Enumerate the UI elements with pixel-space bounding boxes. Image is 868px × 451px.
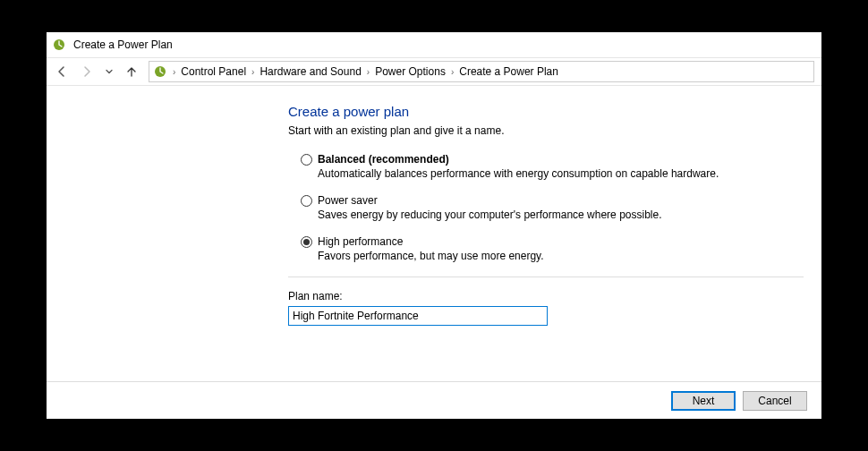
plan-label[interactable]: Power saver — [318, 194, 378, 207]
breadcrumb-item[interactable]: Create a Power Plan — [459, 65, 558, 78]
chevron-right-icon: › — [451, 67, 454, 77]
power-icon — [52, 38, 66, 52]
titlebar: Create a Power Plan — [47, 32, 821, 57]
chevron-right-icon: › — [173, 67, 175, 77]
plan-desc: Favors performance, but may use more ene… — [318, 250, 804, 262]
forward-button[interactable] — [79, 64, 95, 80]
plan-options: Balanced (recommended) Automatically bal… — [288, 153, 804, 262]
back-button[interactable] — [54, 64, 70, 80]
plan-name-input[interactable] — [288, 306, 548, 326]
power-icon — [153, 64, 167, 79]
radio-high-performance[interactable] — [301, 236, 312, 248]
breadcrumb-item[interactable]: Hardware and Sound — [260, 65, 361, 78]
chevron-right-icon: › — [251, 67, 254, 77]
up-button[interactable] — [123, 64, 140, 80]
cancel-button[interactable]: Cancel — [743, 391, 807, 411]
plan-name-label: Plan name: — [288, 290, 804, 302]
plan-high-performance: High performance Favors performance, but… — [301, 235, 804, 262]
footer: Next Cancel — [47, 381, 821, 419]
breadcrumb-item[interactable]: Control Panel — [181, 65, 246, 78]
plan-desc: Automatically balances performance with … — [318, 167, 804, 180]
chevron-right-icon: › — [367, 67, 370, 77]
content-area: Create a power plan Start with an existi… — [47, 86, 821, 381]
plan-balanced: Balanced (recommended) Automatically bal… — [301, 153, 804, 180]
window: Create a Power Plan › Control Panel › Ha… — [47, 32, 821, 419]
breadcrumb-item[interactable]: Power Options — [375, 65, 446, 78]
plan-desc: Saves energy by reducing your computer's… — [318, 208, 804, 221]
page-title: Create a power plan — [288, 104, 804, 119]
next-button[interactable]: Next — [671, 391, 736, 411]
window-title: Create a Power Plan — [73, 38, 173, 51]
plan-power-saver: Power saver Saves energy by reducing you… — [301, 194, 804, 221]
radio-power-saver[interactable] — [301, 195, 312, 207]
recent-locations-dropdown[interactable] — [104, 64, 115, 80]
divider — [288, 277, 804, 277]
navbar: › Control Panel › Hardware and Sound › P… — [47, 57, 821, 86]
plan-label[interactable]: Balanced (recommended) — [318, 153, 449, 166]
breadcrumb[interactable]: › Control Panel › Hardware and Sound › P… — [149, 61, 814, 82]
plan-label[interactable]: High performance — [318, 235, 403, 248]
page-subtitle: Start with an existing plan and give it … — [288, 124, 804, 137]
radio-balanced[interactable] — [301, 154, 312, 166]
